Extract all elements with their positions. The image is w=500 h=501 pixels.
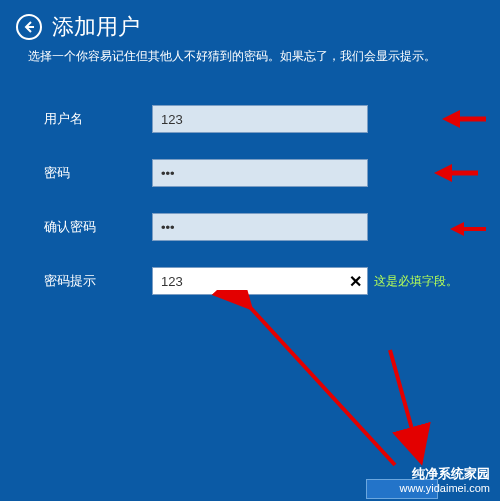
back-button[interactable] (16, 14, 42, 40)
arrow-left-icon (22, 20, 36, 34)
page-subtitle: 选择一个你容易记住但其他人不好猜到的密码。如果忘了，我们会显示提示。 (0, 44, 500, 65)
hint-input[interactable] (152, 267, 368, 295)
row-hint: 密码提示 ✕ 这是必填字段。 (44, 267, 472, 295)
watermark: 纯净系统家园 www.yidaimei.com (400, 466, 490, 495)
confirm-input[interactable] (152, 213, 368, 241)
hint-label: 密码提示 (44, 272, 152, 290)
username-input[interactable] (152, 105, 368, 133)
watermark-name: 纯净系统家园 (400, 466, 490, 482)
watermark-url: www.yidaimei.com (400, 482, 490, 495)
row-password: 密码 (44, 159, 472, 187)
annotation-arrow-icon (442, 107, 486, 131)
password-input[interactable] (152, 159, 368, 187)
row-confirm: 确认密码 (44, 213, 472, 241)
annotation-arrow-icon (434, 161, 478, 185)
add-user-form: 用户名 密码 确认密码 密码提示 (0, 65, 500, 295)
row-username: 用户名 (44, 105, 472, 133)
annotation-arrow-icon (450, 219, 486, 239)
confirm-label: 确认密码 (44, 218, 152, 236)
annotation-arrow-icon (380, 340, 440, 470)
username-label: 用户名 (44, 110, 152, 128)
clear-button[interactable]: ✕ (346, 272, 364, 290)
close-icon: ✕ (349, 272, 362, 291)
annotation-arrow-icon (210, 290, 410, 480)
svg-line-1 (390, 350, 420, 458)
svg-line-0 (248, 305, 395, 465)
page-title: 添加用户 (52, 12, 140, 42)
password-label: 密码 (44, 164, 152, 182)
hint-required-message: 这是必填字段。 (374, 273, 458, 290)
